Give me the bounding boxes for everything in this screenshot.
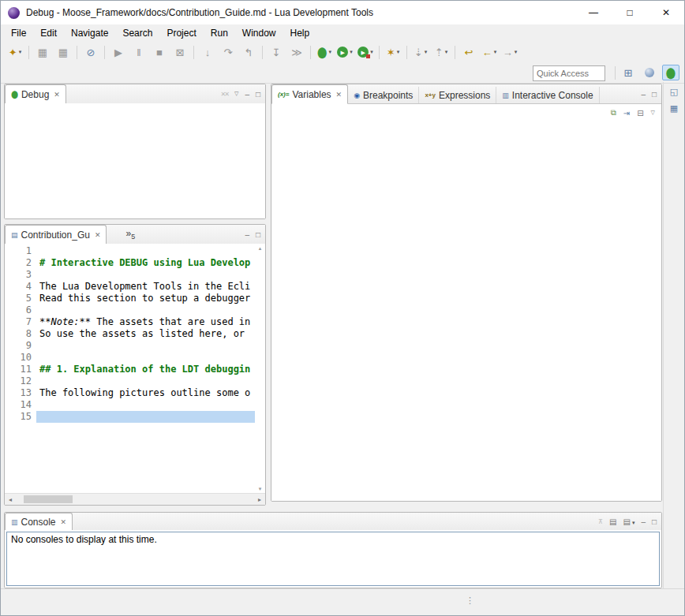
tab-expressions[interactable]: x+y Expressions xyxy=(419,87,496,103)
new-wizard-button[interactable]: ✦▾ xyxy=(5,43,25,61)
editor-tab-overflow-button[interactable]: » 5 xyxy=(122,228,138,241)
skip-breakpoints-button[interactable]: ⊘ xyxy=(80,43,101,61)
menu-window[interactable]: Window xyxy=(235,25,283,41)
suspend-button[interactable]: ‖ xyxy=(129,43,149,61)
pin-console-button[interactable]: ⊼ xyxy=(598,518,603,525)
save-all-button[interactable]: ▦ xyxy=(53,43,73,61)
last-edit-location-button[interactable]: ↩ xyxy=(459,43,479,61)
scroll-up-icon[interactable]: ▴ xyxy=(259,245,262,252)
code-line[interactable] xyxy=(36,269,255,281)
tab-variables[interactable]: (x)= Variables ✕ xyxy=(271,84,348,104)
step-filters-button[interactable]: ≫ xyxy=(286,43,307,61)
code-line[interactable] xyxy=(36,245,255,257)
maximize-view-button[interactable]: □ xyxy=(652,517,657,526)
step-filters-icon: ≫ xyxy=(291,47,302,58)
back-button[interactable]: ←▾ xyxy=(479,43,500,61)
step-over-button[interactable]: ↷ xyxy=(218,43,238,61)
terminate-button[interactable]: ■ xyxy=(149,43,170,61)
line-number: 15 xyxy=(5,411,32,423)
tab-console[interactable]: ▥ Console ✕ xyxy=(5,513,73,531)
code-line[interactable] xyxy=(36,375,255,387)
step-into-button[interactable]: ↓ xyxy=(197,43,218,61)
previous-annotation-button[interactable]: ⇡▾ xyxy=(431,43,451,61)
menu-edit[interactable]: Edit xyxy=(33,25,64,41)
menu-help[interactable]: Help xyxy=(283,25,317,41)
minimize-view-button[interactable]: – xyxy=(641,517,646,526)
scroll-right-icon[interactable]: ▸ xyxy=(254,496,265,503)
open-console-button[interactable]: ▤▾ xyxy=(623,517,634,526)
quick-access-input[interactable] xyxy=(533,65,605,81)
menu-run[interactable]: Run xyxy=(204,25,235,41)
horizontal-scrollbar[interactable]: ◂ ▸ xyxy=(5,493,265,505)
view-menu-button[interactable]: ▽ xyxy=(651,110,655,116)
maximize-window-button[interactable]: □ xyxy=(612,1,648,24)
code-line[interactable]: So use the assets as listed here, or xyxy=(36,328,255,340)
minimize-window-button[interactable]: — xyxy=(575,1,612,24)
save-button[interactable]: ▦ xyxy=(32,43,53,61)
tab-interactive-console[interactable]: ▥ Interactive Console xyxy=(496,87,599,103)
sash-grip-icon[interactable]: ⋮ xyxy=(466,595,474,606)
debug-perspective-button[interactable]: ⬤ xyxy=(662,65,679,80)
scrollbar-thumb[interactable] xyxy=(24,495,73,503)
close-icon[interactable]: ✕ xyxy=(336,91,342,99)
code-line[interactable] xyxy=(36,304,255,316)
code-line[interactable]: # Interactive DEBUG using Lua Develop xyxy=(36,257,255,269)
close-icon[interactable]: ✕ xyxy=(95,231,101,239)
disconnect-button[interactable]: ⊠ xyxy=(170,43,190,61)
code-line[interactable]: ## 1. Explanation of the LDT debuggin xyxy=(36,364,255,375)
maximize-view-button[interactable]: □ xyxy=(256,230,260,239)
menu-search[interactable]: Search xyxy=(115,25,159,41)
vertical-scrollbar[interactable]: ▴ ▾ xyxy=(255,244,265,494)
code-line-current[interactable] xyxy=(36,411,255,423)
code-line[interactable] xyxy=(36,340,255,352)
code-area[interactable]: # Interactive DEBUG using Lua Develop Th… xyxy=(36,244,255,494)
menu-project[interactable]: Project xyxy=(159,25,203,41)
variables-view-tabbar: (x)= Variables ✕ ◉ Breakpoints x+y Expre… xyxy=(271,84,661,104)
skip-breakpoints-icon: ⊘ xyxy=(87,47,95,58)
maximize-view-button[interactable]: □ xyxy=(652,90,657,99)
close-icon[interactable]: ✕ xyxy=(54,91,60,99)
forward-button[interactable]: →▾ xyxy=(500,43,520,61)
code-line[interactable]: The following pictures outline some o xyxy=(36,387,255,399)
tab-contribution-guide[interactable]: ▤ Contribution_Gu ✕ xyxy=(5,225,107,245)
collapse-all-button[interactable]: ⊟ xyxy=(637,109,643,118)
tab-expressions-label: Expressions xyxy=(439,90,490,101)
minimize-view-button[interactable]: – xyxy=(245,90,249,99)
drop-to-frame-button[interactable]: ↧ xyxy=(266,43,286,61)
run-button[interactable]: ▶▾ xyxy=(335,43,355,61)
resume-button[interactable]: ▶ xyxy=(108,43,129,61)
debug-button[interactable]: ⬤▾ xyxy=(314,43,335,61)
window-controls: — □ ✕ xyxy=(575,1,684,24)
minimize-view-button[interactable]: – xyxy=(245,230,249,239)
show-logical-structure-button[interactable]: ⇥ xyxy=(623,109,630,118)
open-perspective-button[interactable]: ⊞ xyxy=(619,65,637,80)
code-line[interactable]: **Note:** The assets that are used in xyxy=(36,316,255,328)
restore-view-button[interactable]: ◱ xyxy=(666,84,682,99)
remove-all-terminated-button[interactable]: ✕✕ xyxy=(221,91,228,98)
close-icon[interactable]: ✕ xyxy=(61,518,67,526)
tab-debug[interactable]: ⬤ Debug ✕ xyxy=(5,84,66,104)
scroll-left-icon[interactable]: ◂ xyxy=(5,496,16,503)
scrollbar-track[interactable] xyxy=(16,494,254,505)
lua-perspective-button[interactable] xyxy=(641,65,658,80)
code-line[interactable] xyxy=(36,352,255,364)
title-bar: Debug - Moose_Framework/docs/Contributio… xyxy=(1,1,684,24)
code-line[interactable]: The Lua Development Tools in the Ecli xyxy=(36,281,255,293)
close-window-button[interactable]: ✕ xyxy=(648,1,684,24)
code-line[interactable]: Read this section to setup a debugger xyxy=(36,293,255,304)
show-type-names-button[interactable]: ⧉ xyxy=(611,108,616,118)
display-console-button[interactable]: ▤ xyxy=(609,517,616,526)
menu-navigate[interactable]: Navigate xyxy=(64,25,115,41)
tab-breakpoints[interactable]: ◉ Breakpoints xyxy=(348,87,419,103)
next-annotation-button[interactable]: ⇣▾ xyxy=(410,43,431,61)
view-menu-button[interactable]: ▽ xyxy=(234,91,238,97)
external-tools-button[interactable]: ▶▾ xyxy=(355,43,376,61)
minimize-view-button[interactable]: – xyxy=(641,90,646,99)
menu-file[interactable]: File xyxy=(4,25,33,41)
scroll-down-icon[interactable]: ▾ xyxy=(259,486,262,492)
code-line[interactable] xyxy=(36,399,255,411)
magic-wand-button[interactable]: ✶▾ xyxy=(383,43,403,61)
step-return-button[interactable]: ↰ xyxy=(238,43,259,61)
outline-view-button[interactable]: ▦ xyxy=(666,101,682,115)
maximize-view-button[interactable]: □ xyxy=(256,90,260,99)
